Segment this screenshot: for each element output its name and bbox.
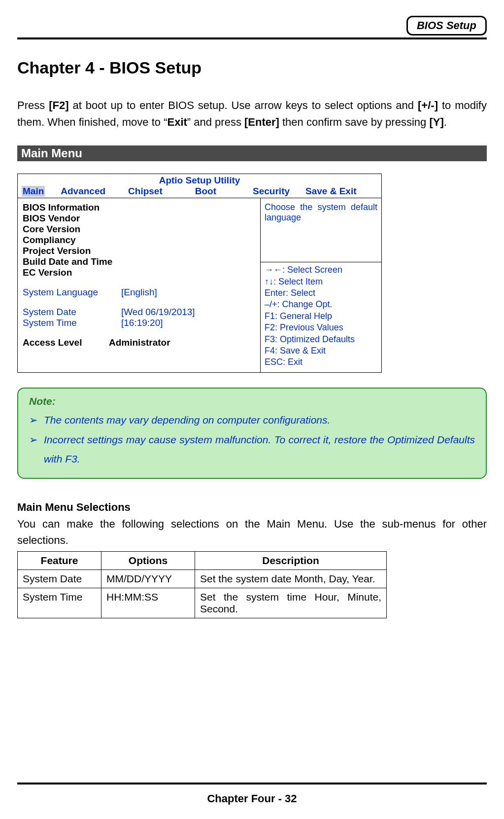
bios-panel: Aptio Setup Utility Main Advanced Chipse… [17, 174, 382, 373]
access-level-label: Access Level [23, 337, 109, 348]
system-language-label: System Language [23, 287, 121, 298]
bios-info-item: Project Version [23, 246, 255, 256]
intro-paragraph: Press [F2] at boot up to enter BIOS setu… [17, 97, 487, 131]
bios-info-item: BIOS Vendor [23, 213, 255, 224]
cell-description: Set the system date Month, Day, Year. [195, 570, 387, 588]
selections-heading: Main Menu Selections [17, 501, 487, 514]
bios-key-legend: →←: Select Screen ↑↓: Select Item Enter:… [261, 262, 381, 372]
cell-options: HH:MM:SS [101, 588, 195, 618]
system-language-value: [English] [121, 287, 157, 298]
table-row: System Time HH:MM:SS Set the system time… [18, 588, 387, 618]
header-title-box: BIOS Setup [406, 16, 487, 36]
chapter-title: Chapter 4 - BIOS Setup [17, 58, 487, 77]
cell-options: MM/DD/YYYY [101, 570, 195, 588]
note-box: Note: ➢ The contents may vary depending … [17, 388, 487, 479]
note-item: ➢ The contents may vary depending on com… [29, 410, 475, 430]
tab-boot[interactable]: Boot [194, 186, 217, 197]
bios-info-item: Build Date and Time [23, 256, 255, 267]
table-row: System Date MM/DD/YYYY Set the system da… [18, 570, 387, 588]
selections-table: Feature Options Description System Date … [17, 551, 387, 618]
note-text: Incorrect settings may cause system malf… [44, 430, 475, 469]
key-hint: ESC: Exit [265, 356, 377, 368]
col-description: Description [195, 552, 387, 570]
cell-description: Set the system time Hour, Minute, Second… [195, 588, 387, 618]
cell-feature: System Time [18, 588, 101, 618]
bios-info-item: Core Version [23, 224, 255, 235]
system-date-label: System Date [23, 307, 121, 318]
bullet-icon: ➢ [29, 430, 44, 469]
bios-right-pane: Choose the system default language →←: S… [261, 198, 381, 372]
key-hint: Enter: Select [265, 287, 377, 299]
footer-rule [17, 783, 487, 784]
system-time-label: System Time [23, 318, 121, 328]
tab-advanced[interactable]: Advanced [60, 186, 106, 197]
access-level-row: Access Level Administrator [23, 337, 255, 348]
note-label: Note: [29, 395, 475, 407]
system-time-row[interactable]: System Time [16:19:20] [23, 318, 255, 328]
selections-text: You can make the following selections on… [17, 516, 487, 548]
access-level-value: Administrator [109, 337, 170, 348]
bios-tab-bar: Main Advanced Chipset Boot Security Save… [18, 186, 381, 198]
note-text: The contents may vary depending on compu… [44, 410, 330, 430]
table-header-row: Feature Options Description [18, 552, 387, 570]
bios-info-item: Compliancy [23, 235, 255, 246]
section-heading-main: Main Menu [17, 145, 487, 161]
tab-chipset[interactable]: Chipset [127, 186, 164, 197]
col-feature: Feature [18, 552, 101, 570]
key-hint: F3: Optimized Defaults [265, 334, 377, 345]
page-header: BIOS Setup [17, 10, 487, 39]
note-item: ➢ Incorrect settings may cause system ma… [29, 430, 475, 469]
tab-main[interactable]: Main [22, 186, 45, 197]
key-hint: F4: Save & Exit [265, 345, 377, 356]
bullet-icon: ➢ [29, 410, 44, 430]
bios-left-pane: BIOS Information BIOS Vendor Core Versio… [18, 198, 261, 372]
system-date-row[interactable]: System Date [Wed 06/19/2013] [23, 307, 255, 318]
header-title: BIOS Setup [417, 19, 476, 32]
system-language-row[interactable]: System Language [English] [23, 287, 255, 298]
key-hint: F2: Previous Values [265, 322, 377, 333]
header-rule [17, 37, 487, 39]
cell-feature: System Date [18, 570, 101, 588]
key-hint: ↑↓: Select Item [265, 276, 377, 287]
bios-utility-title: Aptio Setup Utility [18, 174, 381, 186]
key-hint: F1: General Help [265, 311, 377, 322]
key-hint: →←: Select Screen [265, 264, 377, 276]
system-time-value: [16:19:20] [121, 318, 163, 328]
bios-info-item: EC Version [23, 267, 255, 278]
bios-info-item: BIOS Information [23, 202, 255, 213]
tab-security[interactable]: Security [252, 186, 291, 197]
bios-help-text: Choose the system default language [261, 198, 381, 262]
col-options: Options [101, 552, 195, 570]
key-hint: –/+: Change Opt. [265, 299, 377, 310]
system-date-value: [Wed 06/19/2013] [121, 307, 195, 318]
footer-text: Chapter Four - 32 [0, 792, 504, 805]
tab-save-exit[interactable]: Save & Exit [304, 186, 358, 197]
